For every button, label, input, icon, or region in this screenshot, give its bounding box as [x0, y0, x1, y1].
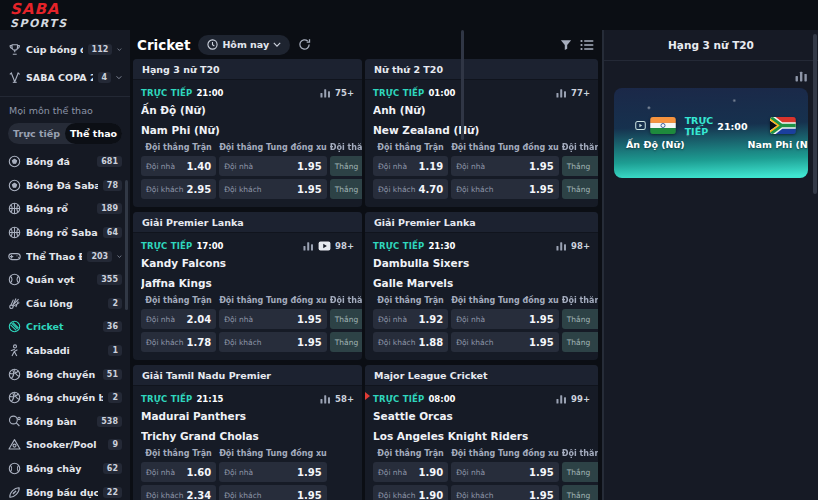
odds-cell[interactable]: Đội nhà 1.92 — [373, 309, 448, 329]
video-icon[interactable] — [318, 241, 331, 251]
sidebar-item-count: 62 — [103, 463, 122, 474]
sidebar-item-qu-n-v-t[interactable]: Quần vợt 355 — [0, 268, 130, 292]
odds-cell[interactable]: Thắng 1.90 — [562, 485, 598, 500]
badminton-icon — [8, 297, 21, 310]
stats-icon[interactable] — [556, 240, 567, 251]
league-name: Giải Premier Lanka — [374, 217, 476, 228]
main-scrollbar[interactable] — [461, 30, 464, 140]
odds-cell[interactable]: Đội khách 1.95 — [219, 179, 327, 199]
odds-label: Thắng — [567, 491, 590, 500]
markets: Đội thắng Trận Đội nhà 1.92 Đội khách 1.… — [373, 296, 598, 352]
odds-cell[interactable]: Đội nhà 2.04 — [141, 309, 216, 329]
odds-cell[interactable]: Thắng 4.70 — [562, 179, 598, 199]
sidebar-item-b-ng-[interactable]: Bóng đá 681 — [0, 150, 130, 174]
list-view-icon[interactable] — [580, 39, 594, 51]
odds-cell[interactable]: Thắng 1.40 — [330, 156, 362, 176]
sidebar-item-count: 51 — [103, 369, 122, 380]
match-card[interactable]: Giải Tamil Nadu Premier TRỰC TIẾP 21:15 … — [133, 365, 362, 500]
stats-icon[interactable] — [320, 87, 331, 98]
sidebar-item-b-ng-chuy-n-b-i-bi-n[interactable]: Bóng chuyền bãi biển 2 — [0, 386, 130, 410]
markets-count[interactable]: 77+ — [571, 88, 590, 98]
odds-cell[interactable]: Đội nhà 1.95 — [451, 462, 559, 482]
odds-cell[interactable]: Đội khách 1.95 — [451, 179, 559, 199]
sidebar-item-c-p-b-ng-na-[interactable]: Cúp bóng đá Na... 112 — [0, 35, 130, 63]
saba-sports-logo[interactable]: SABA SPORTS — [10, 2, 68, 29]
market-header: Đội thắng Tung đồng xu — [219, 296, 327, 307]
odds-cell[interactable]: Đội khách 1.95 — [451, 485, 559, 500]
refresh-icon[interactable] — [298, 38, 311, 51]
odds-cell[interactable]: Đội nhà 1.60 — [141, 462, 216, 482]
markets-count[interactable]: 58+ — [335, 394, 354, 404]
match-card[interactable]: Giải Premier Lanka TRỰC TIẾP 17:00 98+ K… — [133, 212, 362, 360]
sidebar-scrollbar[interactable] — [125, 180, 128, 310]
odds-cell[interactable]: Đội khách 4.70 — [373, 179, 448, 199]
time-filter-dropdown[interactable]: Hôm nay — [198, 35, 290, 55]
odds-cell[interactable]: Đội khách 1.95 — [219, 332, 327, 352]
odds-cell[interactable]: Đội nhà 1.95 — [451, 309, 559, 329]
tab-sports[interactable]: Thể thao — [65, 123, 122, 144]
odds-cell[interactable]: Đội nhà 1.19 — [373, 156, 448, 176]
featured-match-card[interactable]: Ấn Độ (Nữ) TRỰC TIẾP 21:00 Nam — [614, 88, 808, 178]
filter-icon[interactable] — [560, 39, 572, 51]
odds-cell[interactable]: Thắng 1.78 — [330, 332, 362, 352]
match-card[interactable]: Nữ thứ 2 T20 TRỰC TIẾP 01:00 77+ Anh (Nữ… — [365, 59, 598, 207]
sidebar-item-th-thao-i-n-t-[interactable]: Thể Thao Điện Tử 203 — [0, 244, 130, 268]
match-card[interactable]: Hạng 3 nữ T20 TRỰC TIẾP 21:00 75+ Ấn Độ … — [133, 59, 362, 207]
odds-cell[interactable]: Đội nhà 1.95 — [219, 309, 327, 329]
markets: Đội thắng Trận Đội nhà 2.04 Đội khách 1.… — [141, 296, 362, 352]
sidebar-item-cricket[interactable]: Cricket 36 — [0, 315, 130, 339]
sidebar-item-b-ng-b-u-d-c-m-[interactable]: Bóng bầu dục Mỹ 22 — [0, 480, 130, 500]
sidebar-item-b-ng-saba[interactable]: Bóng Đá Saba 78 — [0, 174, 130, 198]
sidebar-item-b-ng-r-saba[interactable]: Bóng rổ Saba 64 — [0, 221, 130, 245]
odds-cell[interactable]: Thắng 1.19 — [562, 156, 598, 176]
markets-count[interactable]: 75+ — [335, 88, 354, 98]
match-card[interactable]: Giải Premier Lanka TRỰC TIẾP 21:30 98+ D… — [365, 212, 598, 360]
trophy-icon — [8, 43, 21, 56]
odds-cell[interactable]: Đội khách 2.34 — [141, 485, 216, 500]
sidebar-item-snooker-pool[interactable]: Snooker/Pool 9 — [0, 433, 130, 457]
odds-cell[interactable]: Đội khách 1.95 — [219, 485, 327, 500]
sidebar-item-b-ng-r-[interactable]: Bóng rổ 189 — [0, 197, 130, 221]
sidebar-item-b-ng-ch-y[interactable]: Bóng chày 62 — [0, 457, 130, 481]
odds-cell[interactable]: Thắng 1.92 — [562, 309, 598, 329]
sidebar-item-c-u-l-ng[interactable]: Cầu lông 2 — [0, 292, 130, 316]
odds-label: Thắng — [335, 315, 358, 324]
stats-icon[interactable] — [303, 240, 314, 251]
markets-count[interactable]: 98+ — [335, 241, 354, 251]
odds-cell[interactable]: Đội khách 1.95 — [451, 332, 559, 352]
market-header: Đội thắng Trận — [330, 143, 362, 154]
match-time: 21:30 — [428, 241, 455, 251]
stats-icon[interactable] — [556, 87, 567, 98]
sidebar-item-kabaddi[interactable]: Kabaddi 1 — [0, 339, 130, 363]
sidebar-item-label: Cricket — [26, 321, 98, 332]
match-card[interactable]: Major League Cricket TRỰC TIẾP 08:00 99+… — [365, 365, 598, 500]
markets-count[interactable]: 99+ — [571, 394, 590, 404]
sidebar-item-saba-copa-2024[interactable]: SABA COPA 2024 4 — [0, 63, 130, 91]
odds-cell[interactable]: Đội khách 1.88 — [373, 332, 448, 352]
market-column: Đội thắng Trận Thắng 1.90 Thắng 1.90 — [562, 449, 598, 500]
odds-cell[interactable]: Đội khách 2.95 — [141, 179, 216, 199]
stats-icon[interactable] — [604, 61, 818, 86]
odds-cell[interactable]: Thắng 2.95 — [330, 179, 362, 199]
odds-cell[interactable]: Thắng 2.04 — [330, 309, 362, 329]
stats-icon[interactable] — [320, 393, 331, 404]
odds-cell[interactable]: Thắng 1.88 — [562, 332, 598, 352]
markets-count[interactable]: 98+ — [571, 241, 590, 251]
volleyball-icon — [8, 368, 21, 381]
sidebar-item-b-ng-chuy-n[interactable]: Bóng chuyền 51 — [0, 362, 130, 386]
featured-match-time: 21:00 — [717, 121, 747, 132]
odds-cell[interactable]: Đội khách 1.90 — [373, 485, 448, 500]
odds-cell[interactable]: Đội khách 1.78 — [141, 332, 216, 352]
odds-cell[interactable]: Đội nhà 1.95 — [451, 156, 559, 176]
odds-cell[interactable]: Thắng 1.90 — [562, 462, 598, 482]
home-team: Seattle Orcas — [373, 408, 598, 425]
league-name: Giải Tamil Nadu Premier — [142, 370, 271, 381]
odds-cell[interactable]: Đội nhà 1.95 — [219, 462, 327, 482]
odds-cell[interactable]: Đội nhà 1.40 — [141, 156, 216, 176]
odds-cell[interactable]: Đội nhà 1.90 — [373, 462, 448, 482]
odds-cell[interactable]: Đội nhà 1.95 — [219, 156, 327, 176]
sidebar-item-b-ng-b-n[interactable]: Bóng bàn 538 — [0, 410, 130, 434]
tab-live[interactable]: Trực tiếp — [8, 123, 65, 144]
page-scrollbar[interactable] — [813, 34, 817, 194]
stats-icon[interactable] — [556, 393, 567, 404]
